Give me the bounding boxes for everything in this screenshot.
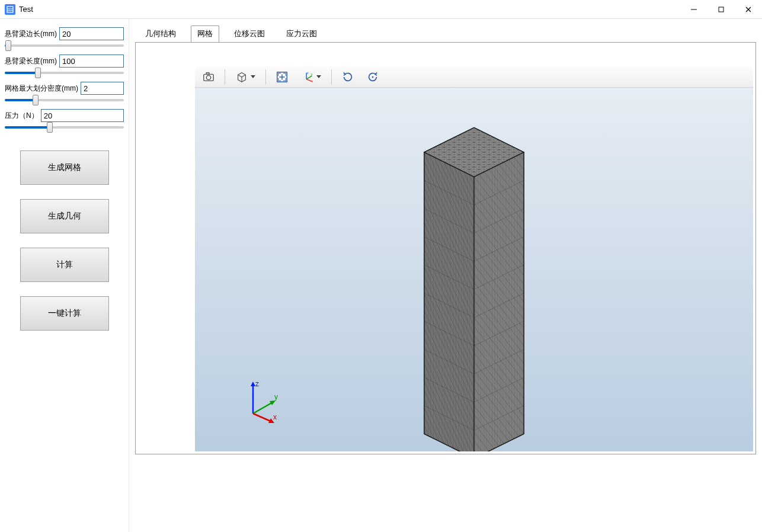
param-label-pressure: 压力（N） <box>5 111 39 121</box>
parameter-panel: 悬臂梁边长(mm) 悬臂梁长度(mm) 网格最大划分密度(mm) 压力 <box>0 19 129 532</box>
param-slider-pressure[interactable] <box>5 122 124 133</box>
tab-displacement[interactable]: 位移云图 <box>228 25 271 43</box>
axis-label-z: z <box>255 380 259 388</box>
chevron-down-icon <box>251 75 255 78</box>
one-click-compute-button[interactable]: 一键计算 <box>20 296 109 331</box>
param-label-meshdensity: 网格最大划分密度(mm) <box>5 84 78 94</box>
orientation-axes: z y x <box>241 378 289 425</box>
axis-label-x: x <box>273 413 277 421</box>
svg-text:z: z <box>307 70 309 74</box>
svg-marker-985 <box>251 382 255 386</box>
param-label-edge: 悬臂梁边长(mm) <box>5 29 57 39</box>
axes-xyz-icon[interactable]: z y x <box>297 68 325 86</box>
window-minimize-button[interactable] <box>680 0 707 19</box>
generate-mesh-button[interactable]: 生成网格 <box>20 150 109 185</box>
toolbar-separator <box>265 69 266 85</box>
fit-extents-icon[interactable] <box>272 68 292 86</box>
app-icon <box>5 4 15 15</box>
param-input-pressure[interactable] <box>41 109 124 122</box>
window-titlebar: Test <box>0 0 762 19</box>
svg-text:y: y <box>311 72 313 76</box>
svg-rect-0 <box>7 7 13 12</box>
svg-point-21 <box>372 76 374 78</box>
param-slider-edge[interactable] <box>5 40 124 51</box>
svg-rect-9 <box>206 72 209 74</box>
camera-icon[interactable] <box>198 68 219 86</box>
param-slider-meshdensity[interactable] <box>5 95 124 105</box>
svg-text:x: x <box>311 79 313 83</box>
content-area: 几何结构 网格 位移云图 应力云图 <box>129 19 762 532</box>
toolbar-separator <box>225 69 225 85</box>
window-maximize-button[interactable] <box>707 0 735 19</box>
svg-line-17 <box>306 76 312 79</box>
window-close-button[interactable] <box>735 0 762 19</box>
svg-rect-4 <box>719 7 723 12</box>
tab-geometry[interactable]: 几何结构 <box>139 25 183 43</box>
svg-point-8 <box>206 75 210 79</box>
svg-line-988 <box>253 414 272 422</box>
param-slider-length[interactable] <box>5 68 124 78</box>
param-input-edge[interactable] <box>59 27 124 40</box>
param-input-meshdensity[interactable] <box>81 82 124 95</box>
viewer-frame: z y x <box>135 42 756 454</box>
cube-view-icon[interactable] <box>231 68 260 86</box>
viewport-toolbar: z y x <box>195 66 753 88</box>
chevron-down-icon <box>316 75 321 78</box>
param-label-length: 悬臂梁长度(mm) <box>5 56 57 66</box>
rotate-reset-icon[interactable] <box>363 68 383 86</box>
svg-line-986 <box>253 402 274 414</box>
tab-mesh[interactable]: 网格 <box>191 25 219 43</box>
tab-stress[interactable]: 应力云图 <box>280 25 324 43</box>
param-input-length[interactable] <box>59 55 124 68</box>
mesh-viewport[interactable]: z y x <box>195 88 753 451</box>
axis-label-y: y <box>274 393 278 401</box>
result-tabs: 几何结构 网格 位移云图 应力云图 <box>135 23 756 42</box>
compute-button[interactable]: 计算 <box>20 248 109 282</box>
window-title: Test <box>19 5 33 14</box>
toolbar-separator <box>331 69 332 85</box>
generate-geometry-button[interactable]: 生成几何 <box>20 199 109 233</box>
rotate-ccw-icon[interactable] <box>338 68 358 86</box>
